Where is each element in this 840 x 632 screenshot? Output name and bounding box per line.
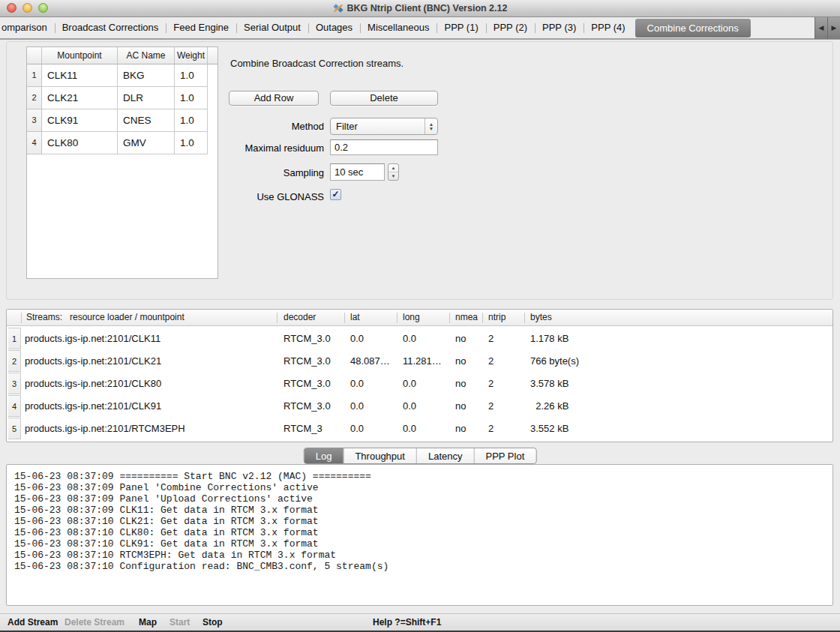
cell-ac-name[interactable]: GMV: [118, 132, 175, 154]
cell-mountpoint[interactable]: CLK11: [42, 64, 118, 87]
sampling-stepper[interactable]: ▲ ▼: [388, 163, 399, 181]
tab-ppp-3[interactable]: PPP (3): [535, 17, 584, 39]
cell-weight[interactable]: 1.0: [175, 132, 208, 154]
combination-table-header: Mountpoint AC Name Weight: [27, 47, 218, 64]
tab-broadcast-corrections[interactable]: Broadcast Corrections: [55, 17, 166, 39]
map-button[interactable]: Map: [139, 614, 157, 631]
tab-ppp-1[interactable]: PPP (1): [436, 17, 485, 39]
tab-comparison[interactable]: omparison: [0, 17, 55, 39]
log-line: 15-06-23 08:37:09 CLK11: Get data in RTC…: [14, 505, 388, 516]
stream-row[interactable]: 1 products.igs-ip.net:2101/CLK11 RTCM_3.…: [7, 328, 832, 350]
row-number[interactable]: 1: [27, 64, 42, 87]
log-line: 15-06-23 08:37:09 ========== Start BNC v…: [14, 471, 388, 482]
row-number[interactable]: 4: [27, 132, 42, 154]
row-number[interactable]: 4: [8, 395, 21, 417]
window-title-area: BKG Ntrip Client (BNC) Version 2.12: [0, 0, 840, 16]
help-button[interactable]: Help ?=Shift+F1: [373, 614, 441, 631]
start-button[interactable]: Start: [170, 614, 190, 631]
row-number[interactable]: 1: [8, 328, 21, 349]
tab-ppp-2[interactable]: PPP (2): [486, 17, 535, 39]
tab-latency[interactable]: Latency: [416, 448, 474, 463]
cell-ac-name[interactable]: DLR: [118, 87, 175, 109]
column-header-mountpoint: Mountpoint: [42, 47, 118, 64]
cell-lat: 0.0: [350, 373, 364, 395]
stream-row[interactable]: 2 products.igs-ip.net:2101/CLK21 RTCM_3.…: [7, 350, 832, 373]
tab-combine-corrections[interactable]: Combine Corrections: [635, 19, 751, 37]
cell-ntrip: 2: [488, 350, 494, 373]
stepper-down-icon[interactable]: ▼: [388, 172, 398, 180]
table-row: 4 CLK80 GMV 1.0: [27, 132, 218, 154]
cell-mountpoint: products.igs-ip.net:2101/CLK21: [25, 350, 161, 373]
column-header-ntrip: ntrip: [488, 310, 506, 325]
table-corner-cell: [27, 47, 42, 64]
row-number[interactable]: 3: [8, 373, 21, 394]
table-row: 3 CLK91 CNES 1.0: [27, 109, 218, 132]
column-separator: [344, 313, 345, 323]
column-header-bytes: bytes: [530, 310, 552, 325]
row-number[interactable]: 5: [8, 418, 21, 439]
cell-ac-name[interactable]: BKG: [118, 64, 175, 87]
column-header-ac-name: AC Name: [118, 47, 175, 64]
stream-row[interactable]: 4 products.igs-ip.net:2101/CLK91 RTCM_3.…: [7, 395, 832, 418]
tab-throughput[interactable]: Throughput: [343, 448, 416, 463]
stream-row[interactable]: 5 products.igs-ip.net:2101/RTCM3EPH RTCM…: [7, 418, 832, 440]
log-output-area[interactable]: 15-06-23 08:37:09 ========== Start BNC v…: [6, 464, 833, 606]
table-row: 2 CLK21 DLR 1.0: [27, 87, 218, 109]
add-row-button[interactable]: Add Row: [229, 91, 319, 106]
row-number[interactable]: 2: [8, 350, 21, 372]
method-select[interactable]: Filter ▲ ▼: [330, 118, 438, 135]
column-header-lat: lat: [350, 310, 360, 325]
column-separator: [277, 313, 278, 323]
maximal-residuum-input[interactable]: 0.2: [330, 139, 438, 155]
combination-table[interactable]: Mountpoint AC Name Weight 1 CLK11 BKG 1.…: [26, 46, 218, 279]
log-lines: 15-06-23 08:37:09 ========== Start BNC v…: [14, 471, 388, 572]
method-label: Method: [230, 121, 324, 132]
tab-ppp-plot[interactable]: PPP Plot: [473, 448, 536, 463]
cell-weight[interactable]: 1.0: [175, 87, 208, 109]
tab-feed-engine[interactable]: Feed Engine: [166, 17, 236, 39]
stepper-up-icon[interactable]: ▲: [388, 164, 398, 172]
tab-log[interactable]: Log: [304, 448, 344, 463]
cell-mountpoint: products.igs-ip.net:2101/CLK91: [25, 395, 161, 418]
cell-lat: 48.087…: [350, 350, 390, 373]
cell-mountpoint[interactable]: CLK80: [42, 132, 118, 154]
tab-miscellaneous[interactable]: Miscellaneous: [360, 17, 436, 39]
row-number[interactable]: 3: [27, 109, 42, 132]
log-line: 15-06-23 08:37:10 CLK91: Get data in RTC…: [14, 538, 388, 550]
stream-row[interactable]: 3 products.igs-ip.net:2101/CLK80 RTCM_3.…: [7, 373, 832, 395]
combobox-arrows-icon: ▲ ▼: [424, 118, 437, 134]
cell-weight[interactable]: 1.0: [175, 64, 208, 87]
app-icon: [333, 3, 344, 13]
cell-bytes: 3.552 kB: [530, 418, 568, 440]
column-separator: [524, 313, 525, 323]
sampling-input[interactable]: 10 sec: [330, 163, 385, 181]
tab-scroll-left-icon[interactable]: ◀: [814, 17, 827, 39]
log-line: 15-06-23 08:37:09 Panel 'Upload Correcti…: [14, 493, 388, 505]
cell-long: 0.0: [403, 395, 416, 418]
cell-decoder: RTCM_3.0: [284, 328, 331, 350]
cell-bytes: 2.26 kB: [530, 395, 568, 418]
cell-ac-name[interactable]: CNES: [118, 109, 175, 132]
tab-outages[interactable]: Outages: [308, 17, 360, 39]
row-number[interactable]: 2: [27, 87, 42, 109]
cell-long: 11.281…: [403, 350, 442, 373]
stop-button[interactable]: Stop: [202, 614, 223, 631]
cell-mountpoint: products.igs-ip.net:2101/CLK80: [25, 373, 161, 395]
tab-scroll-right-icon[interactable]: ▶: [827, 17, 840, 39]
streams-table[interactable]: Streams: resource loader / mountpoint de…: [6, 309, 833, 442]
main-tab-bar: omparison Broadcast Corrections Feed Eng…: [0, 18, 840, 40]
cell-bytes: 1.178 kB: [530, 328, 568, 350]
window-title: BKG Ntrip Client (BNC) Version 2.12: [347, 3, 508, 13]
cell-weight[interactable]: 1.0: [175, 109, 208, 132]
delete-button[interactable]: Delete: [330, 91, 438, 106]
cell-mountpoint[interactable]: CLK91: [42, 109, 118, 132]
panel-description: Combine Broadcast Correction streams.: [230, 58, 404, 69]
cell-mountpoint[interactable]: CLK21: [42, 87, 118, 109]
cell-ntrip: 2: [488, 418, 494, 440]
delete-stream-button[interactable]: Delete Stream: [64, 614, 124, 631]
add-stream-button[interactable]: Add Stream: [8, 614, 58, 631]
cell-lat: 0.0: [350, 418, 364, 440]
tab-ppp-4[interactable]: PPP (4): [584, 17, 632, 39]
use-glonass-checkbox[interactable]: ✓: [330, 189, 341, 200]
tab-serial-output[interactable]: Serial Output: [236, 17, 308, 39]
